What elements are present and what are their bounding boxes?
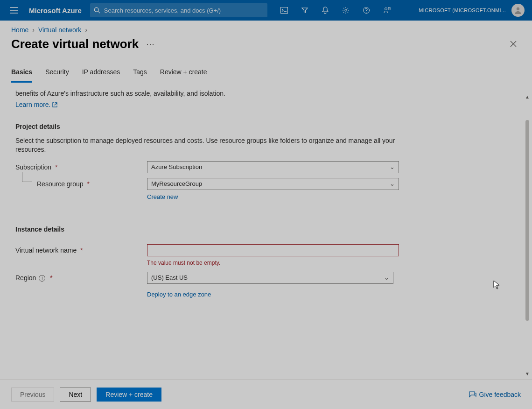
instance-details-heading: Instance details	[15, 225, 511, 234]
region-row: Regioni * (US) East US ⌄ Deploy to an ed…	[15, 272, 511, 299]
cloud-shell-button[interactable]	[274, 0, 294, 21]
form-scroll-area: benefits of Azure's infrastructure such …	[0, 83, 532, 379]
subscription-dropdown[interactable]: Azure Subscription ⌄	[147, 161, 399, 173]
resource-group-dropdown[interactable]: MyResourceGroup ⌄	[147, 178, 399, 190]
vnet-name-error: The value must not be empty.	[147, 259, 399, 267]
search-icon	[94, 7, 100, 14]
svg-line-1	[98, 11, 100, 13]
create-new-rg-link[interactable]: Create new	[147, 193, 178, 201]
give-feedback-link[interactable]: Give feedback	[469, 391, 521, 398]
help-button[interactable]	[356, 0, 377, 21]
tab-tags[interactable]: Tags	[133, 64, 147, 83]
bell-icon	[322, 7, 329, 14]
chevron-right-icon: ›	[85, 26, 87, 34]
hamburger-menu-button[interactable]	[4, 0, 24, 21]
tab-basics[interactable]: Basics	[11, 64, 32, 83]
svg-point-6	[517, 7, 519, 10]
hamburger-icon	[10, 7, 18, 14]
breadcrumb-home[interactable]: Home	[11, 26, 28, 34]
gear-icon	[342, 7, 350, 14]
more-actions-button[interactable]: ⋯	[146, 39, 154, 49]
subscription-label: Subscription *	[15, 161, 147, 172]
project-details-heading: Project details	[15, 122, 511, 132]
brand-label[interactable]: Microsoft Azure	[26, 7, 88, 14]
scrollbar-thumb[interactable]	[525, 120, 529, 321]
vnet-name-label: Virtual network name *	[15, 244, 147, 255]
deploy-edge-zone-link[interactable]: Deploy to an edge zone	[147, 290, 211, 299]
next-button[interactable]: Next	[60, 388, 91, 402]
region-value: (US) East US	[151, 274, 188, 282]
close-icon	[510, 41, 517, 47]
avatar-button[interactable]	[511, 4, 525, 17]
resource-group-row: Resource group * MyResourceGroup ⌄ Creat…	[15, 178, 511, 202]
tab-security[interactable]: Security	[45, 64, 69, 83]
wizard-footer: Previous Next Review + create Give feedb…	[0, 379, 532, 409]
help-icon	[363, 7, 370, 14]
breadcrumb: Home › Virtual network ›	[0, 21, 532, 35]
scroll-down-arrow[interactable]: ▼	[525, 371, 530, 376]
review-create-button[interactable]: Review + create	[97, 388, 161, 402]
tab-ip-addresses[interactable]: IP addresses	[82, 64, 120, 83]
tab-review-create[interactable]: Review + create	[160, 64, 207, 83]
chevron-down-icon: ⌄	[390, 180, 395, 188]
page-title: Create virtual network	[11, 37, 139, 51]
svg-rect-2	[280, 7, 287, 14]
svg-point-5	[385, 8, 387, 10]
scrollbar-track[interactable]	[525, 120, 530, 370]
vnet-name-input[interactable]	[147, 244, 399, 256]
person-feedback-icon	[383, 7, 391, 14]
scroll-up-arrow[interactable]: ▲	[525, 94, 530, 99]
breadcrumb-virtual-network[interactable]: Virtual network	[38, 26, 81, 34]
subscription-row: Subscription * Azure Subscription ⌄	[15, 161, 511, 173]
intro-text-fragment: benefits of Azure's infrastructure such …	[15, 89, 511, 99]
account-label[interactable]: MICROSOFT (MICROSOFT.ONMI...	[419, 7, 510, 13]
subscription-value: Azure Subscription	[151, 163, 202, 171]
global-search[interactable]	[90, 3, 267, 17]
learn-more-link[interactable]: Learn more.	[15, 101, 57, 108]
region-label: Regioni *	[15, 272, 147, 283]
region-dropdown[interactable]: (US) East US ⌄	[147, 272, 393, 284]
avatar-icon	[514, 6, 522, 14]
cloud-shell-icon	[280, 7, 288, 14]
project-details-description: Select the subscription to manage deploy…	[15, 136, 398, 155]
notifications-button[interactable]	[315, 0, 336, 21]
chevron-down-icon: ⌄	[384, 274, 389, 282]
svg-point-3	[345, 9, 347, 11]
previous-button: Previous	[11, 388, 54, 402]
chevron-right-icon: ›	[32, 26, 35, 34]
info-icon[interactable]: i	[39, 275, 45, 282]
give-feedback-label: Give feedback	[479, 391, 521, 398]
page-body: Home › Virtual network › Create virtual …	[0, 21, 532, 409]
title-bar: Create virtual network ⋯	[0, 35, 532, 56]
chevron-down-icon: ⌄	[390, 163, 395, 171]
tab-strip: Basics Security IP addresses Tags Review…	[0, 56, 532, 83]
feedback-icon	[469, 391, 476, 398]
search-input[interactable]	[104, 7, 264, 14]
resource-group-label: Resource group *	[15, 178, 147, 189]
resource-group-value: MyResourceGroup	[151, 180, 202, 188]
learn-more-label: Learn more.	[15, 101, 50, 108]
filter-icon	[301, 7, 308, 14]
top-nav-bar: Microsoft Azure MICROSOFT (MICROSOFT.ONM…	[0, 0, 532, 21]
directories-button[interactable]	[294, 0, 315, 21]
close-blade-button[interactable]	[506, 36, 521, 51]
external-link-icon	[52, 102, 57, 107]
topbar-icon-group	[274, 0, 397, 21]
feedback-button[interactable]	[377, 0, 397, 21]
svg-point-0	[94, 7, 98, 12]
vnet-name-row: Virtual network name * The value must no…	[15, 244, 511, 267]
settings-button[interactable]	[336, 0, 356, 21]
